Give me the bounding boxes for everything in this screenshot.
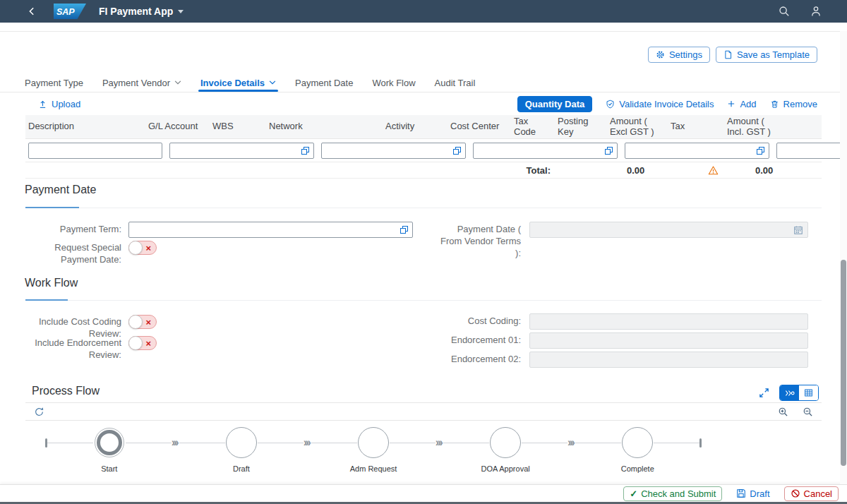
plus-icon	[727, 100, 735, 108]
toggle-off-icon: ×	[145, 316, 151, 328]
flow-node-adm-request[interactable]: Adm Request	[357, 426, 390, 459]
flow-end-terminator	[699, 438, 702, 448]
description-input[interactable]	[33, 145, 157, 156]
view-switch	[779, 385, 819, 401]
back-button[interactable]	[27, 6, 37, 16]
flow-node-start[interactable]: Start	[93, 426, 126, 459]
gl-account-input[interactable]	[174, 145, 299, 156]
check-icon: ✓	[630, 488, 637, 499]
user-profile-icon[interactable]	[810, 6, 822, 17]
toggle-off-icon: ×	[145, 337, 151, 349]
grid-icon	[804, 388, 813, 397]
draft-label: Draft	[750, 488, 769, 499]
validate-label: Validate Invoice Details	[619, 99, 714, 109]
upload-button[interactable]: Upload	[38, 99, 80, 109]
upload-icon	[38, 100, 47, 109]
flow-node-draft[interactable]: Draft	[225, 426, 258, 459]
settings-button[interactable]: Settings	[648, 47, 710, 63]
activity-input[interactable]	[630, 145, 754, 156]
check-and-submit-button[interactable]: ✓ Check and Submit	[623, 486, 722, 501]
quantity-data-button[interactable]: Quantity Data	[517, 96, 593, 112]
flow-connector-icon: ›››	[172, 437, 179, 448]
add-row-button[interactable]: Add	[727, 99, 756, 109]
total-amount-excl-gst: 0.00	[610, 165, 663, 176]
app-title-menu[interactable]: FI Payment App	[99, 6, 184, 17]
wbs-input[interactable]	[326, 145, 450, 156]
back-chevron-icon	[27, 6, 37, 16]
flow-node-label: Draft	[233, 464, 250, 473]
process-flow-header-actions	[759, 385, 819, 401]
save-as-template-button[interactable]: Save as Template	[716, 47, 817, 63]
scrollbar-thumb[interactable]	[841, 260, 846, 466]
cost-center-input[interactable]	[781, 145, 847, 156]
tab-payment-vendor[interactable]: Payment Vendor	[102, 73, 181, 92]
col-amount-incl-gst: Amount ( Incl. GST )	[727, 116, 775, 138]
settings-label: Settings	[669, 49, 702, 60]
flow-connector-icon: ›››	[304, 437, 311, 448]
vendor-terms-label: Payment Date ( From Vendor Terms ):	[438, 222, 521, 260]
col-posting-key: Posting Key	[558, 116, 603, 138]
col-tax-code: Tax Code	[514, 116, 551, 138]
include-endorcement-field: Include Endorcement Review: ×	[25, 335, 157, 361]
trash-icon	[770, 100, 779, 109]
warning-icon	[708, 165, 719, 176]
footer-bar: ✓ Check and Submit Draft Cancel	[0, 484, 847, 502]
chevron-down-icon	[174, 80, 181, 85]
col-tax: Tax	[671, 121, 720, 132]
include-endorcement-toggle[interactable]: ×	[128, 336, 157, 350]
value-help-icon[interactable]	[301, 147, 309, 155]
template-icon	[723, 50, 733, 59]
col-activity: Activity	[385, 121, 443, 132]
remove-row-button[interactable]: Remove	[770, 99, 817, 109]
request-special-payment-field: Request Special Payment Date: ×	[25, 240, 157, 266]
process-flow-toolbar	[25, 402, 822, 421]
col-gl-account: G/L Account	[148, 121, 205, 132]
process-flow-view-button[interactable]	[780, 385, 799, 400]
tab-payment-type[interactable]: Payment Type	[25, 73, 83, 92]
work-flow-section-title: Work Flow	[25, 277, 78, 289]
tab-payment-date[interactable]: Payment Date	[295, 73, 353, 92]
flow-node-doa-approval[interactable]: DOA Approval	[489, 426, 522, 459]
draft-button[interactable]: Draft	[731, 486, 775, 501]
value-help-icon[interactable]	[757, 147, 764, 155]
fullscreen-icon[interactable]	[759, 388, 769, 398]
invoice-table-toolbar: Upload Quantity Data Validate Invoice De…	[25, 93, 822, 114]
tab-work-flow[interactable]: Work Flow	[372, 73, 415, 92]
shell-divider	[0, 31, 847, 32]
search-icon[interactable]	[779, 6, 790, 17]
invoice-table-header: Description G/L Account WBS Network Acti…	[25, 115, 822, 139]
endorcement-02-label: Endorcement 02:	[438, 352, 521, 368]
tab-invoice-details[interactable]: Invoice Details	[200, 73, 276, 92]
refresh-icon[interactable]	[34, 407, 44, 417]
cost-coding-field: Cost Coding:	[438, 313, 808, 330]
calendar-icon[interactable]	[793, 225, 803, 235]
cancel-button[interactable]: Cancel	[784, 486, 839, 501]
process-flow-canvas: Start ››› Draft ››› Adm Request ››› DOA …	[25, 421, 702, 483]
shell-bar: SAP FI Payment App	[0, 0, 847, 23]
value-help-icon[interactable]	[453, 147, 461, 155]
payment-date-section-title: Payment Date	[25, 184, 96, 196]
network-input[interactable]	[478, 145, 602, 156]
endorcement-02-input	[534, 354, 803, 365]
request-special-payment-toggle[interactable]: ×	[128, 241, 157, 255]
tab-audit-trail[interactable]: Audit Trail	[435, 73, 476, 92]
save-as-template-label: Save as Template	[737, 49, 810, 60]
flow-node-complete[interactable]: Complete	[621, 426, 654, 459]
process-flow-section-title: Process Flow	[32, 385, 100, 397]
col-network: Network	[269, 121, 378, 132]
validate-invoice-details-button[interactable]: Validate Invoice Details	[606, 99, 714, 109]
vertical-scrollbar[interactable]	[840, 31, 847, 484]
zoom-in-icon[interactable]	[778, 407, 788, 417]
total-label: Total:	[514, 165, 551, 176]
app-title: FI Payment App	[99, 6, 173, 17]
zoom-out-icon[interactable]	[803, 407, 813, 417]
payment-date-vendor-terms-input	[534, 224, 791, 235]
payment-term-input[interactable]	[133, 224, 397, 235]
cancel-icon	[791, 488, 800, 498]
value-help-icon[interactable]	[400, 226, 408, 234]
include-cost-coding-toggle[interactable]: ×	[128, 315, 157, 329]
endorcement-01-field: Endorcement 01:	[438, 332, 808, 349]
table-view-button[interactable]	[799, 385, 818, 400]
value-help-icon[interactable]	[605, 147, 613, 155]
flow-connector-icon: ›››	[567, 437, 575, 448]
